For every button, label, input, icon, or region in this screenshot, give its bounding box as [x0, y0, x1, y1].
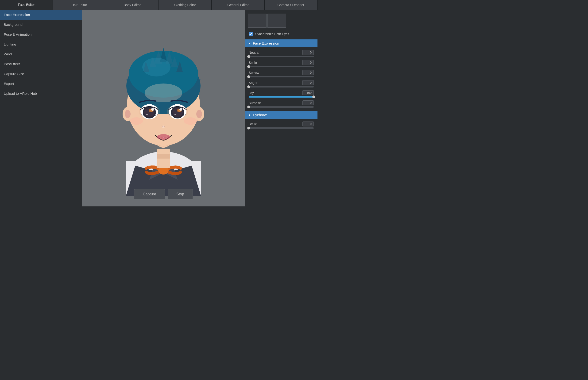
sidebar-item-pose-animation[interactable]: Pose & Animation	[0, 30, 82, 39]
sidebar-item-export[interactable]: Export	[0, 79, 82, 89]
sorrow-slider[interactable]	[249, 76, 314, 77]
anger-slider-row: Anger 0	[245, 78, 318, 88]
neutral-label: Neutral	[249, 51, 259, 55]
eyebrow-chevron: ▲	[248, 113, 251, 116]
surprise-slider-row: Surprise 0	[245, 98, 318, 109]
svg-point-32	[184, 117, 197, 125]
sidebar-item-lighting[interactable]: Lighting	[0, 39, 82, 49]
sorrow-thumb[interactable]	[247, 75, 250, 78]
svg-point-29	[175, 114, 176, 115]
sidebar-item-face-expression[interactable]: Face Expression	[0, 10, 82, 20]
anger-slider[interactable]	[249, 86, 314, 88]
neutral-thumb[interactable]	[247, 55, 250, 58]
smile-slider[interactable]	[249, 66, 314, 67]
viewport: Capture Stop	[82, 10, 245, 207]
neutral-value: 0	[303, 50, 314, 55]
eyebrow-title: Eyebrow	[253, 113, 266, 117]
sorrow-value: 0	[303, 70, 314, 75]
thumbnail-1	[248, 14, 266, 28]
sorrow-label: Sorrow	[249, 71, 259, 75]
svg-point-13	[145, 83, 182, 102]
tab-body-editor[interactable]: Body Editor	[106, 0, 159, 10]
main-layout: Face Expression Background Pose & Animat…	[0, 10, 318, 207]
tab-clothing-editor[interactable]: Clothing Editor	[159, 0, 212, 10]
joy-slider-row: Joy 100	[245, 88, 318, 98]
smile-value: 0	[303, 60, 314, 65]
joy-value: 100	[303, 90, 314, 95]
eyebrow-smile-thumb[interactable]	[247, 127, 250, 130]
capture-button[interactable]: Capture	[134, 189, 165, 199]
sidebar-item-background[interactable]: Background	[0, 20, 82, 30]
eyebrow-smile-slider[interactable]	[249, 127, 314, 129]
anger-label: Anger	[249, 81, 257, 85]
tab-camera-exporter[interactable]: Camera / Exporter	[265, 0, 318, 10]
sync-eyes-label: Synchronize Both Eyes	[255, 32, 289, 36]
svg-point-21	[151, 108, 154, 111]
joy-slider[interactable]	[249, 96, 314, 97]
character-svg	[102, 20, 224, 196]
sidebar: Face Expression Background Pose & Animat…	[0, 10, 82, 207]
sidebar-item-post-effect[interactable]: PostEffect	[0, 59, 82, 69]
neutral-slider-row: Neutral 0	[245, 48, 318, 58]
surprise-thumb[interactable]	[247, 106, 250, 108]
sync-eyes-checkbox[interactable]	[249, 32, 253, 36]
joy-fill	[249, 96, 314, 97]
thumbnail-2	[267, 14, 286, 28]
svg-point-9	[196, 110, 202, 118]
tab-general-editor[interactable]: General Editor	[212, 0, 264, 10]
svg-point-31	[130, 117, 143, 125]
svg-point-22	[146, 114, 148, 115]
smile-slider-row: Smile 0	[245, 58, 318, 68]
svg-point-12	[142, 58, 170, 76]
face-expression-title: Face Expression	[253, 41, 279, 45]
eyebrow-smile-value: 0	[303, 121, 314, 126]
character-display	[82, 10, 245, 207]
svg-point-28	[179, 108, 182, 111]
eyebrow-smile-label: Smile	[249, 122, 257, 126]
tab-face-editor[interactable]: Face Editor	[0, 0, 53, 10]
viewport-buttons: Capture Stop	[134, 189, 193, 199]
neutral-slider[interactable]	[249, 56, 314, 57]
svg-rect-4	[157, 154, 170, 159]
anger-thumb[interactable]	[247, 85, 250, 88]
tab-bar: Face Editor Hair Editor Body Editor Clot…	[0, 0, 318, 10]
svg-point-33	[162, 126, 165, 128]
smile-label: Smile	[249, 61, 257, 64]
joy-thumb[interactable]	[312, 95, 315, 98]
anger-value: 0	[303, 80, 314, 85]
joy-label: Joy	[249, 91, 254, 95]
tab-hair-editor[interactable]: Hair Editor	[53, 0, 106, 10]
eyebrow-section-header[interactable]: ▲ Eyebrow	[245, 111, 318, 119]
svg-point-30	[157, 134, 170, 140]
surprise-slider[interactable]	[249, 106, 314, 108]
sidebar-item-wind[interactable]: Wind	[0, 49, 82, 59]
sidebar-item-capture-size[interactable]: Capture Size	[0, 69, 82, 79]
stop-button[interactable]: Stop	[168, 189, 193, 199]
sorrow-slider-row: Sorrow 0	[245, 68, 318, 78]
face-expression-chevron: ▲	[248, 42, 251, 45]
right-panel: Synchronize Both Eyes ▲ Face Expression …	[245, 10, 318, 207]
surprise-label: Surprise	[249, 101, 261, 105]
svg-point-8	[125, 110, 131, 118]
eyebrow-smile-slider-row: Smile 0	[245, 120, 318, 130]
sync-eyes-row: Synchronize Both Eyes	[245, 30, 318, 38]
sidebar-item-upload-vroid[interactable]: Upload to VRoid Hub	[0, 89, 82, 98]
surprise-value: 0	[303, 100, 314, 105]
smile-thumb[interactable]	[247, 65, 250, 68]
face-expression-section-header[interactable]: ▲ Face Expression	[245, 39, 318, 47]
